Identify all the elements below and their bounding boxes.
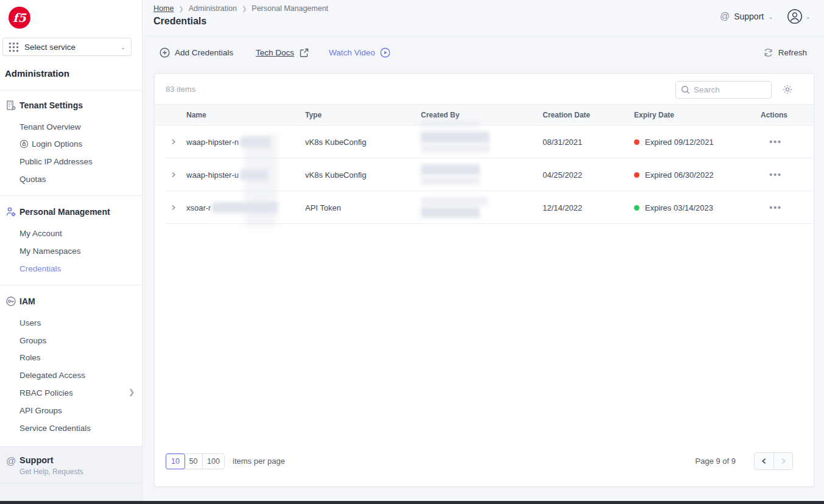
previous-page-button[interactable]: [755, 453, 773, 469]
sidebar-item-quotas[interactable]: Quotas: [19, 175, 46, 184]
chevron-left-icon: [761, 458, 767, 464]
credential-expiry: Expired 09/12/2021: [634, 138, 761, 147]
redacted-block: [240, 137, 270, 147]
col-expiry-date[interactable]: Expiry Date: [634, 111, 761, 119]
sidebar-item-groups[interactable]: Groups: [19, 336, 46, 345]
watch-video-link[interactable]: Watch Video: [329, 47, 390, 58]
chevron-down-icon: ⌄: [806, 13, 811, 20]
section-iam[interactable]: IAM: [19, 296, 35, 306]
page-size-100-button[interactable]: 100: [203, 454, 224, 469]
sidebar-item-users[interactable]: Users: [19, 318, 41, 327]
credential-created-by: [421, 131, 543, 152]
col-creation-date[interactable]: Creation Date: [543, 111, 634, 119]
row-actions-menu-button[interactable]: •••: [769, 203, 782, 212]
chevron-down-icon: ⌄: [768, 13, 773, 20]
add-credentials-button[interactable]: Add Credentials: [160, 47, 233, 58]
col-name[interactable]: Name: [186, 111, 305, 119]
person-gear-icon: [5, 206, 16, 217]
breadcrumb-separator: ❯: [242, 5, 247, 12]
redacted-block: [421, 144, 490, 152]
pagination-bar: 10 50 100 items per page Page 9 of 9: [155, 453, 814, 469]
chevron-down-icon: ⌄: [121, 44, 125, 51]
credential-creation-date: 08/31/2021: [543, 138, 634, 147]
expiry-label: Expires 03/14/2023: [645, 203, 713, 212]
credential-created-by: [421, 197, 543, 218]
credentials-table-card: 83 items Name Type Created By Creation D…: [154, 73, 814, 487]
tech-docs-label: Tech Docs: [256, 48, 294, 57]
credential-name: waap-hipster-u: [186, 170, 239, 180]
row-actions-menu-button[interactable]: •••: [769, 170, 782, 180]
divider: [0, 483, 142, 483]
watch-video-label: Watch Video: [329, 48, 375, 57]
table-header-row: Name Type Created By Creation Date Expir…: [155, 104, 814, 125]
tech-docs-link[interactable]: Tech Docs: [256, 47, 309, 58]
table-row[interactable]: waap-hipster-u vK8s KubeConfig 04/25/202…: [155, 158, 814, 191]
search-input[interactable]: [694, 85, 761, 94]
status-dot-active: [634, 205, 639, 211]
sidebar-item-api-groups[interactable]: API Groups: [19, 406, 62, 415]
sidebar-item-service-credentials[interactable]: Service Credentials: [19, 424, 91, 433]
sidebar-item-rbac-policies[interactable]: RBAC Policies: [19, 388, 73, 397]
sidebar: f5 Select service ⌄ Administration Tenan…: [0, 0, 143, 504]
page-title: Credentials: [153, 16, 206, 27]
redacted-block: [240, 170, 268, 180]
sidebar-item-credentials[interactable]: Credentials: [19, 264, 61, 273]
search-icon: [681, 85, 690, 94]
page-size-50-button[interactable]: 50: [185, 454, 203, 469]
credential-creation-date: 04/25/2022: [543, 170, 634, 180]
status-dot-expired: [634, 172, 639, 178]
table-row[interactable]: xsoar-r API Token 12/14/2022 Expires 03/…: [155, 191, 814, 224]
expand-chevron-icon[interactable]: [171, 139, 177, 145]
breadcrumb-personal-management[interactable]: Personal Management: [252, 4, 328, 13]
gear-icon[interactable]: [782, 84, 793, 95]
f5-logo: f5: [9, 7, 30, 29]
expiry-label: Expired 09/12/2021: [645, 138, 714, 147]
sidebar-item-roles[interactable]: Roles: [19, 353, 41, 362]
sidebar-item-tenant-overview[interactable]: Tenant Overview: [19, 122, 81, 131]
page-size-10-button[interactable]: 10: [166, 453, 185, 469]
refresh-button[interactable]: Refresh: [763, 47, 807, 58]
search-box[interactable]: [675, 81, 772, 99]
credential-type: API Token: [305, 203, 421, 212]
support-at-icon: @: [720, 11, 730, 22]
support-title: Support: [19, 455, 54, 465]
grid-icon: [9, 42, 19, 52]
credential-type: vK8s KubeConfig: [305, 170, 421, 180]
sidebar-item-delegated-access[interactable]: Delegated Access: [19, 371, 85, 380]
external-link-icon: [299, 47, 309, 58]
redacted-block: [421, 164, 480, 175]
support-at-icon: @: [6, 456, 16, 467]
user-menu-button[interactable]: ⌄: [787, 9, 811, 24]
col-type[interactable]: Type: [305, 111, 421, 119]
sidebar-item-my-account[interactable]: My Account: [19, 229, 62, 238]
support-menu-button[interactable]: @ Support ⌄: [720, 11, 773, 22]
section-tenant-settings[interactable]: Tenant Settings: [19, 100, 83, 110]
credential-expiry: Expired 06/30/2022: [634, 170, 761, 180]
expand-chevron-icon[interactable]: [171, 172, 177, 178]
breadcrumb-home[interactable]: Home: [153, 4, 174, 13]
section-personal-management[interactable]: Personal Management: [19, 207, 110, 217]
col-created-by[interactable]: Created By: [421, 111, 543, 119]
redacted-block: [421, 177, 480, 185]
page-size-group: 10 50 100: [166, 453, 225, 469]
divider: [0, 90, 142, 91]
row-actions-menu-button[interactable]: •••: [769, 137, 782, 147]
credential-expiry: Expires 03/14/2023: [634, 203, 761, 212]
top-header: Home ❯ Administration ❯ Personal Managem…: [143, 0, 824, 36]
sidebar-item-login-options[interactable]: Login Options: [19, 139, 82, 149]
support-subtitle: Get Help, Requests: [19, 467, 83, 476]
chevron-right-icon: ❯: [129, 388, 135, 396]
sidebar-item-public-ip[interactable]: Public IP Addresses: [19, 157, 93, 166]
service-selector[interactable]: Select service ⌄: [2, 38, 132, 56]
next-page-button[interactable]: [773, 453, 792, 469]
items-per-page-label: items per page: [233, 457, 285, 466]
sidebar-support-block[interactable]: @ Support Get Help, Requests: [0, 446, 142, 501]
sidebar-item-my-namespaces[interactable]: My Namespaces: [19, 247, 81, 256]
breadcrumb-administration[interactable]: Administration: [189, 4, 237, 13]
support-menu-label: Support: [734, 12, 764, 21]
service-selector-label: Select service: [24, 43, 115, 52]
page-info: Page 9 of 9: [695, 457, 736, 466]
table-row[interactable]: waap-hipster-n vK8s KubeConfig 08/31/202…: [155, 125, 814, 158]
expand-chevron-icon[interactable]: [171, 205, 177, 211]
refresh-icon: [763, 47, 773, 58]
